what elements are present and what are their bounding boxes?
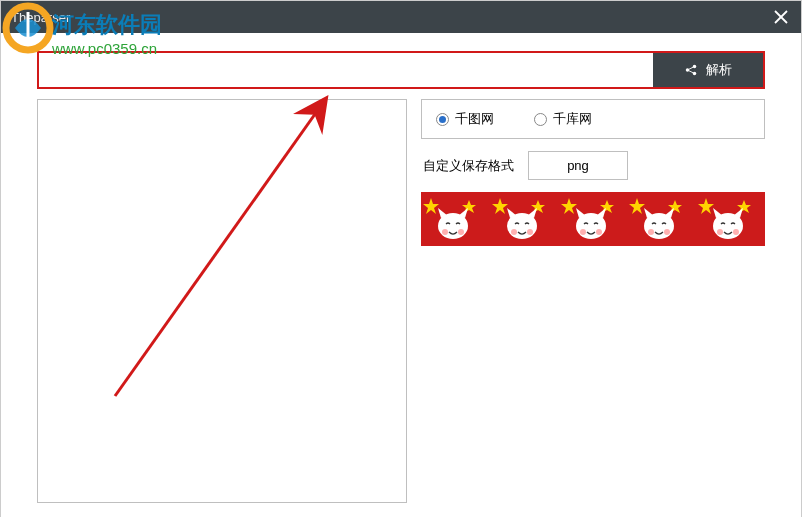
radio-qianku[interactable]: 千库网 [534,110,592,128]
banner-tile [490,192,559,246]
decorative-banner [421,192,765,246]
format-label: 自定义保存格式 [423,157,514,175]
svg-point-12 [442,229,448,235]
window-title: Theparser [11,10,70,25]
svg-line-6 [689,67,693,69]
svg-point-30 [648,229,654,235]
svg-point-4 [693,65,697,69]
svg-point-25 [596,229,602,235]
app-window: Theparser 解析 [0,0,802,517]
radio-icon [436,113,449,126]
parse-button[interactable]: 解析 [653,53,763,87]
site-selector: 千图网 千库网 [421,99,765,139]
format-row: 自定义保存格式 png [421,151,765,180]
banner-tile [627,192,696,246]
svg-point-24 [580,229,586,235]
parse-button-label: 解析 [706,61,732,79]
radio-label-qiantu: 千图网 [455,110,494,128]
svg-point-36 [717,229,723,235]
close-button[interactable] [761,1,801,33]
share-icon [684,63,698,77]
svg-line-7 [689,71,693,73]
banner-tile [559,192,628,246]
svg-point-19 [527,229,533,235]
url-input[interactable] [39,53,653,87]
svg-point-37 [733,229,739,235]
svg-point-31 [664,229,670,235]
close-icon [774,10,788,24]
radio-icon [534,113,547,126]
main-row: 千图网 千库网 自定义保存格式 png [37,99,765,503]
format-value-box[interactable]: png [528,151,628,180]
svg-point-3 [686,68,690,72]
banner-tile [421,192,490,246]
svg-point-13 [458,229,464,235]
url-input-row: 解析 [37,51,765,89]
preview-panel [37,99,407,503]
svg-point-18 [511,229,517,235]
titlebar: Theparser [1,1,801,33]
side-panel: 千图网 千库网 自定义保存格式 png [421,99,765,503]
radio-label-qianku: 千库网 [553,110,592,128]
format-value: png [567,158,589,173]
content-area: 解析 千图网 千库网 自定义保存格式 [1,33,801,517]
radio-qiantu[interactable]: 千图网 [436,110,494,128]
svg-point-5 [693,72,697,76]
banner-tile [696,192,765,246]
